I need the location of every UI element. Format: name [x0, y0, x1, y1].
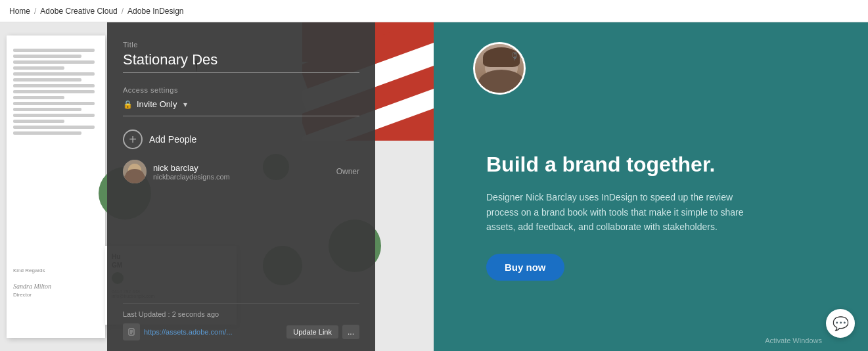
breadcrumb-sep1: /: [34, 7, 36, 16]
line: [13, 131, 81, 135]
person-role: Owner: [336, 167, 359, 176]
activate-windows: Activate Windows: [765, 337, 822, 344]
page-lines: [7, 35, 105, 151]
panel-spacer: [123, 191, 359, 303]
last-updated-value: 2 seconds ago: [172, 310, 219, 318]
promo-description: Designer Nick Barclay uses InDesign to s…: [486, 190, 762, 234]
lock-icon: 🔒: [123, 100, 133, 109]
access-value: Invite Only: [137, 99, 177, 109]
breadcrumb-adobe-cc[interactable]: Adobe Creative Cloud: [40, 7, 117, 16]
promo-headline: Build a brand together.: [486, 152, 715, 177]
buy-now-button[interactable]: Buy now: [486, 254, 564, 281]
more-options-button[interactable]: ...: [342, 325, 359, 339]
line: [13, 126, 95, 129]
promo-avatar: 🎙: [473, 42, 526, 95]
person-email: nickbarclaydesigns.com: [153, 173, 330, 181]
access-settings-row[interactable]: 🔒 Invite Only ▾: [123, 99, 359, 116]
main-container: Kind Regards Sandra Milton Director: [0, 22, 868, 351]
line: [13, 78, 81, 82]
avatar-face: [123, 160, 147, 183]
line: [13, 72, 95, 76]
person-name: nick barclay: [153, 163, 330, 173]
line: [13, 120, 64, 123]
overlay-panel: Title Access settings 🔒 Invite Only ▾ + …: [107, 22, 375, 351]
panel-footer: Last Updated : 2 seconds ago https://ass…: [123, 303, 359, 340]
promo-avatar-face: 🎙: [475, 44, 524, 93]
update-link-button[interactable]: Update Link: [286, 325, 338, 339]
chat-icon: 💬: [833, 316, 849, 331]
page-left: Kind Regards Sandra Milton Director: [7, 35, 105, 338]
line: [13, 66, 64, 70]
access-label: Access settings: [123, 86, 359, 94]
line: [13, 108, 81, 111]
chat-button[interactable]: 💬: [826, 309, 855, 338]
page-signature: Kind Regards Sandra Milton Director: [13, 267, 51, 298]
breadcrumb-home[interactable]: Home: [9, 7, 30, 16]
add-people-label: Add People: [149, 134, 196, 145]
link-url[interactable]: https://assets.adobe.com/...: [144, 328, 283, 336]
line: [13, 90, 95, 93]
left-panel: Kind Regards Sandra Milton Director: [0, 22, 434, 351]
chevron-down-icon: ▾: [183, 100, 187, 109]
right-panel: 🎙 Build a brand together. Designer Nick …: [434, 22, 868, 351]
person-info: nick barclay nickbarclaydesigns.com: [153, 163, 330, 181]
title-label: Title: [123, 41, 359, 49]
person-row: nick barclay nickbarclaydesigns.com Owne…: [123, 160, 359, 183]
line: [13, 96, 64, 99]
breadcrumb-sep2: /: [122, 7, 124, 16]
breadcrumb-current: Adobe InDesign: [127, 7, 183, 16]
line: [13, 84, 95, 87]
title-input[interactable]: [123, 51, 359, 73]
line: [13, 49, 95, 52]
avatar: [123, 160, 147, 183]
line: [13, 60, 95, 64]
line: [13, 114, 95, 117]
link-icon: [123, 323, 140, 340]
line: [13, 102, 95, 105]
add-person-icon: +: [123, 129, 143, 149]
line: [13, 55, 81, 58]
last-updated-label: Last Updated :: [123, 310, 170, 318]
last-updated: Last Updated : 2 seconds ago: [123, 310, 359, 318]
add-people-row[interactable]: + Add People: [123, 129, 359, 149]
link-row: https://assets.adobe.com/... Update Link…: [123, 323, 359, 340]
breadcrumb: Home / Adobe Creative Cloud / Adobe InDe…: [0, 0, 868, 22]
